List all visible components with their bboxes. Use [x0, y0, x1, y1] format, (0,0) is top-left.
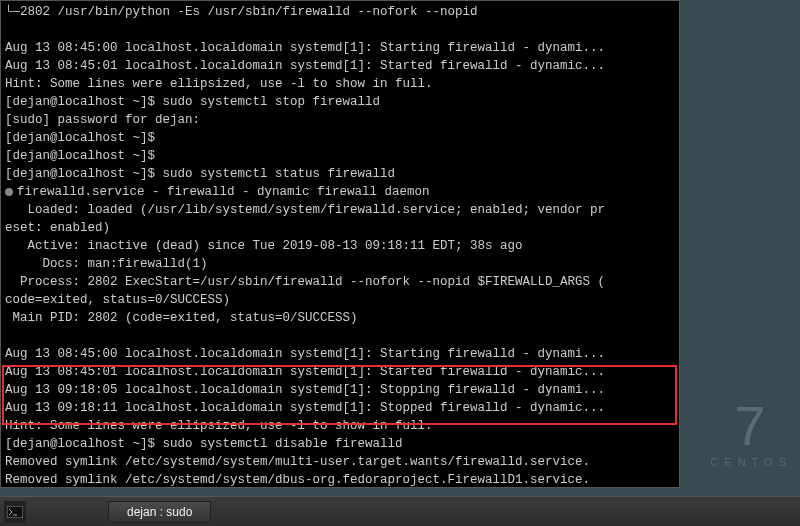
terminal-line: Aug 13 08:45:00 localhost.localdomain sy… — [5, 345, 675, 363]
terminal-line: Main PID: 2802 (code=exited, status=0/SU… — [5, 309, 675, 327]
terminal-line: eset: enabled) — [5, 219, 675, 237]
terminal-line: [sudo] password for dejan: — [5, 111, 675, 129]
taskbar-active-window[interactable]: dejan : sudo — [108, 501, 211, 523]
terminal-line: [dejan@localhost ~]$ sudo systemctl stop… — [5, 93, 675, 111]
status-bullet-icon — [5, 188, 13, 196]
terminal-line: [dejan@localhost ~]$ — [5, 129, 675, 147]
terminal-line: Hint: Some lines were ellipsized, use -l… — [5, 75, 675, 93]
terminal-line — [5, 327, 675, 345]
terminal-line: Aug 13 08:45:01 localhost.localdomain sy… — [5, 57, 675, 75]
terminal-line: [dejan@localhost ~]$ sudo systemctl disa… — [5, 435, 675, 453]
terminal-line: Aug 13 09:18:05 localhost.localdomain sy… — [5, 381, 675, 399]
centos-version: 7 — [710, 398, 792, 454]
terminal-line: Removed symlink /etc/systemd/system/mult… — [5, 453, 675, 471]
terminal-window[interactable]: └─2802 /usr/bin/python -Es /usr/sbin/fir… — [0, 0, 680, 488]
terminal-line: Hint: Some lines were ellipsized, use -l… — [5, 417, 675, 435]
terminal-launcher-icon[interactable] — [4, 501, 26, 523]
terminal-content[interactable]: └─2802 /usr/bin/python -Es /usr/sbin/fir… — [5, 3, 675, 488]
svg-rect-0 — [7, 506, 23, 518]
centos-label: CENTOS — [710, 456, 792, 468]
centos-watermark: 7 CENTOS — [710, 398, 792, 468]
taskbar[interactable]: dejan : sudo — [0, 496, 800, 526]
terminal-line: [dejan@localhost ~]$ sudo systemctl stat… — [5, 165, 675, 183]
terminal-line: Active: inactive (dead) since Tue 2019-0… — [5, 237, 675, 255]
terminal-line: Aug 13 08:45:00 localhost.localdomain sy… — [5, 39, 675, 57]
terminal-line: [dejan@localhost ~]$ — [5, 147, 675, 165]
terminal-line: Aug 13 08:45:01 localhost.localdomain sy… — [5, 363, 675, 381]
terminal-line: code=exited, status=0/SUCCESS) — [5, 291, 675, 309]
terminal-line: firewalld.service - firewalld - dynamic … — [5, 183, 675, 201]
terminal-line: Aug 13 09:18:11 localhost.localdomain sy… — [5, 399, 675, 417]
terminal-line: Docs: man:firewalld(1) — [5, 255, 675, 273]
terminal-line: Removed symlink /etc/systemd/system/dbus… — [5, 471, 675, 488]
terminal-line: └─2802 /usr/bin/python -Es /usr/sbin/fir… — [5, 3, 675, 21]
terminal-line: Loaded: loaded (/usr/lib/systemd/system/… — [5, 201, 675, 219]
terminal-line: Process: 2802 ExecStart=/usr/sbin/firewa… — [5, 273, 675, 291]
terminal-line — [5, 21, 675, 39]
